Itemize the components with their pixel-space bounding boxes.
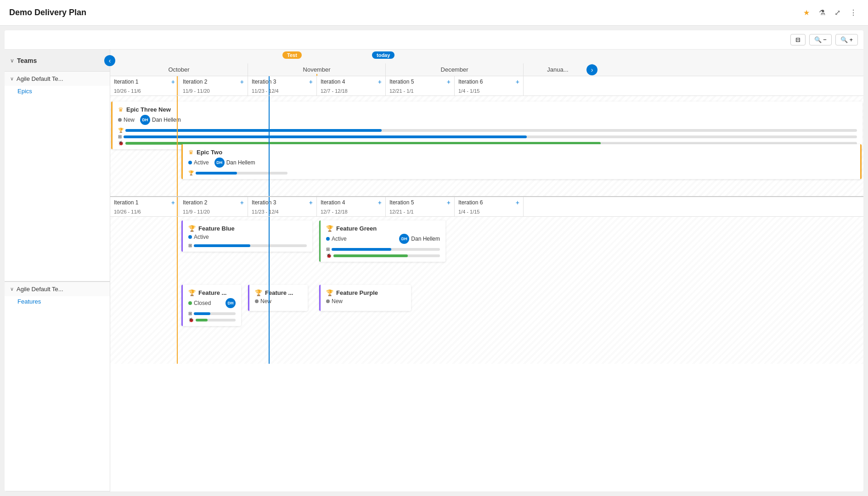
epic-two-bar-1-bg: [196, 172, 287, 175]
feature-closed-status-dot: [188, 301, 192, 305]
team-section-1: ∨ Agile Default Te... Epics: [5, 72, 110, 282]
iter-2-5-dates: 12/21 - 1/1: [389, 209, 414, 214]
zoom-in-button[interactable]: 🔍 +: [835, 34, 858, 45]
test-badge: Test: [282, 51, 302, 58]
compact-view-button[interactable]: ⊟: [790, 34, 806, 45]
collapse-icon[interactable]: ∨: [10, 57, 14, 64]
feature-purple-card[interactable]: 🏆 Feature Purple New: [319, 285, 411, 311]
more-options-icon[interactable]: ⋮: [848, 6, 859, 19]
feature-purple-icon: 🏆: [326, 289, 333, 296]
feature-new-icon: 🏆: [255, 289, 262, 296]
iter-2-4-add[interactable]: +: [378, 199, 382, 206]
iter-2-5: Iteration 5 + 12/21 - 1/1: [386, 197, 455, 216]
epic-three-status: New: [118, 117, 135, 123]
iter-2-5-name: Iteration 5: [389, 199, 414, 206]
feature-blue-bar-row-1: ⊞: [188, 243, 307, 248]
feature-green-status-label: Active: [332, 236, 347, 242]
epic-three-status-row: New DH Dan Hellem: [118, 115, 857, 125]
month-headers: October November December Janua... ›: [110, 50, 863, 76]
fullscreen-icon[interactable]: ⤢: [833, 6, 842, 19]
iter-1-4-add[interactable]: +: [378, 78, 382, 85]
epic-two-title: Epic Two: [197, 149, 222, 156]
iter-2-6-add[interactable]: +: [516, 199, 519, 206]
feature-blue-title: Feature Blue: [198, 225, 235, 232]
today-badge: today: [372, 51, 395, 58]
feature-closed-bar-row-1: ⊞: [188, 311, 236, 316]
iter-1-1-dates: 10/26 - 11/6: [114, 88, 141, 94]
epic-two-status-label: Active: [194, 159, 209, 166]
iter-1-3-name: Iteration 3: [252, 79, 276, 85]
feature-new-status-label: New: [260, 298, 271, 304]
feature-closed-bar-2-fill: [196, 319, 208, 321]
iter-2-4-dates: 12/7 - 12/18: [321, 209, 348, 214]
feature-closed-bar-2-icon: 🐞: [188, 317, 194, 322]
epic-three-card[interactable]: ♛ Epic Three New New DH Dan Hellem: [111, 101, 862, 149]
bar-row-1: 🏆: [118, 128, 857, 133]
iter-2-1-add[interactable]: +: [171, 199, 175, 206]
epic-three-header: ♛ Epic Three New: [118, 106, 857, 113]
feature-closed-card[interactable]: 🏆 Feature ... Closed DH ⊞: [181, 285, 241, 326]
nav-left-button[interactable]: ‹: [104, 55, 115, 66]
favorite-icon[interactable]: ★: [801, 6, 812, 19]
feature-new-card[interactable]: 🏆 Feature ... New: [248, 285, 308, 311]
iter-1-5-add[interactable]: +: [447, 78, 451, 85]
feature-closed-icon: 🏆: [188, 289, 196, 296]
iter-1-1: Iteration 1 + 10/26 - 11/6: [110, 76, 179, 96]
iter-1-5-name: Iteration 5: [389, 79, 414, 85]
feature-closed-bars: ⊞ 🐞: [188, 311, 236, 322]
feature-green-bar-2-fill: [333, 254, 408, 257]
feature-purple-status-dot: [326, 299, 330, 303]
iter-1-2: Iteration 2 + 11/9 - 11/20: [179, 76, 248, 96]
iter-2-3-dates: 11/23 - 12/4: [252, 209, 279, 214]
iter-2-4-name: Iteration 4: [321, 199, 345, 206]
feature-green-card[interactable]: 🏆 Feature Green Active DH Dan Hellem: [319, 220, 445, 262]
feature-purple-status-label: New: [332, 298, 343, 304]
bar-2-icon: ⊞: [118, 134, 122, 139]
feature-green-bar-1-icon: ⊞: [326, 247, 330, 252]
month-january: Janua... ›: [524, 63, 592, 76]
feature-blue-bar-bg: [194, 244, 307, 247]
iter-1-6-add[interactable]: +: [516, 78, 519, 85]
feature-green-status-row: Active DH Dan Hellem: [326, 234, 440, 244]
nav-right-button[interactable]: ›: [586, 64, 597, 75]
team-1-collapse: ∨: [10, 76, 14, 82]
feature-blue-bar-fill: [194, 244, 250, 247]
team-2-header[interactable]: ∨ Agile Default Te...: [5, 282, 110, 296]
feature-closed-title: Feature ...: [198, 289, 226, 296]
today-badge-label: today: [372, 51, 395, 59]
feature-blue-status-dot: [188, 235, 192, 239]
feature-new-header: 🏆 Feature ...: [255, 289, 302, 296]
app-header: Demo Delivery Plan ★ ⚗ ⤢ ⋮: [0, 0, 868, 26]
feature-blue-card[interactable]: 🏆 Feature Blue Active ⊞: [181, 220, 312, 252]
feature-green-header: 🏆 Feature Green: [326, 225, 440, 232]
main-content: ⊟ 🔍 − 🔍 + ∨ Teams ‹ ∨ Agile Default Te..…: [0, 26, 868, 496]
feature-blue-header: 🏆 Feature Blue: [188, 225, 307, 232]
epic-three-avatar: DH: [140, 115, 150, 125]
epic-two-card[interactable]: ♛ Epic Two Active DH Dan Hellem: [181, 144, 862, 179]
epic-two-avatar: DH: [214, 158, 225, 168]
iter-1-6: Iteration 6 + 1/4 - 1/15: [455, 76, 524, 96]
iter-1-5-dates: 12/21 - 1/1: [389, 88, 414, 94]
epic-three-assignee: DH Dan Hellem: [140, 115, 181, 125]
teams-label: Teams: [17, 57, 37, 64]
iter-1-1-add[interactable]: +: [171, 78, 175, 85]
iter-1-2-add[interactable]: +: [240, 78, 244, 85]
epic-two-status-dot: [188, 161, 192, 164]
iter-1-3-add[interactable]: +: [309, 78, 313, 85]
team-1-header[interactable]: ∨ Agile Default Te...: [5, 72, 110, 86]
feature-green-assignee-name: Dan Hellem: [411, 236, 440, 242]
bar-row-2: ⊞: [118, 134, 857, 139]
team-2-iterations: Iteration 1 + 10/26 - 11/6 Iteration 2 +…: [110, 197, 863, 217]
iter-2-3: Iteration 3 + 11/23 - 12/4: [248, 197, 317, 216]
iter-2-3-add[interactable]: +: [309, 199, 313, 206]
page-title: Demo Delivery Plan: [9, 8, 86, 17]
filter-icon[interactable]: ⚗: [817, 6, 827, 19]
iter-2-5-add[interactable]: +: [447, 199, 451, 206]
iter-2-2-add[interactable]: +: [240, 199, 244, 206]
team-1-sub[interactable]: Epics: [5, 86, 110, 100]
iter-1-6-name: Iteration 6: [458, 79, 483, 85]
team-2-sub[interactable]: Features: [5, 296, 110, 310]
zoom-out-button[interactable]: 🔍 −: [809, 34, 832, 45]
iter-1-4-dates: 12/7 - 12/18: [321, 88, 348, 94]
feature-green-bar-row-1: ⊞: [326, 247, 440, 252]
